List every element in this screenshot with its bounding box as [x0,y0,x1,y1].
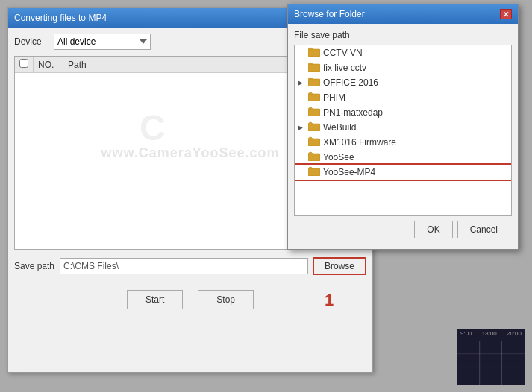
svg-rect-7 [308,139,320,146]
svg-rect-4 [308,94,320,101]
folder-item[interactable]: PHIM [295,90,511,105]
timeline-labels: 9:00 18:00 20:00 [460,330,522,337]
ok-button[interactable]: OK [414,221,452,238]
folder-name: YooSee-MP4 [323,167,375,177]
badge-1: 1 [325,291,334,310]
svg-rect-2 [308,64,320,72]
dialog-close-button[interactable]: ✕ [500,9,512,19]
folder-name: fix live cctv [323,63,366,73]
folder-item[interactable]: ▶ WeBuild [295,120,511,135]
dialog-subtitle: File save path [294,30,512,40]
expand-arrow-icon [298,109,305,116]
expand-arrow-icon [298,64,305,72]
timeline-svg [457,341,525,385]
dialog-content: File save path CCTV VN fix live cctv▶ OF… [288,24,518,244]
folder-item[interactable]: ▶ OFFICE 2016 [295,75,511,90]
folder-icon [308,47,320,59]
cms-logo-watermark: C [140,110,184,148]
folder-icon [308,92,320,104]
timeline-label-3: 20:00 [507,330,522,337]
svg-rect-1 [308,49,320,57]
expand-arrow-icon: ▶ [298,124,305,131]
stop-button[interactable]: Stop [198,290,254,309]
cancel-button[interactable]: Cancel [457,221,510,238]
expand-arrow-icon: ▶ [298,79,305,86]
timeline-label-1: 9:00 [460,330,472,337]
expand-arrow-icon [298,49,305,57]
svg-rect-8 [308,154,320,161]
folder-icon [308,107,320,118]
svg-rect-6 [308,124,320,131]
svg-rect-3 [308,79,320,86]
folder-icon [308,136,320,148]
folder-item[interactable]: fix live cctv [295,60,511,75]
folder-icon [308,62,320,74]
device-select[interactable]: All device [54,34,151,50]
folder-item[interactable]: XM1016 Firmware [295,135,511,150]
folder-icon [308,121,320,133]
folder-item[interactable]: YooSee-MP4 [295,165,511,180]
timeline-label-2: 18:00 [482,330,497,337]
expand-arrow-icon [298,94,305,101]
folder-name: YooSee [323,152,354,162]
col-no: NO. [34,57,63,73]
main-window-title: Converting files to MP4 [14,13,328,23]
folder-name: CCTV VN [323,48,363,58]
bottom-buttons: Start Stop [14,290,366,309]
dialog-titlebar: Browse for Folder ✕ [288,4,518,24]
svg-rect-5 [308,109,320,116]
browse-button[interactable]: Browse [313,257,366,275]
timeline-bar: 9:00 18:00 20:00 [457,329,525,385]
folder-icon [308,166,320,178]
col-checkbox [15,57,34,73]
save-path-row: Save path Browse [14,257,366,275]
expand-arrow-icon [298,139,305,146]
svg-rect-9 [308,168,320,176]
folder-item[interactable]: YooSee [295,150,511,165]
svg-text:C: C [140,110,166,148]
folder-item[interactable]: PN1-matxedap [295,105,511,120]
device-label: Device [14,37,48,47]
expand-arrow-icon [298,168,305,176]
save-path-label: Save path [14,261,55,271]
watermark: www.CameraYooSee.com [101,145,279,160]
select-all-checkbox[interactable] [19,59,28,68]
folder-item[interactable]: CCTV VN [295,45,511,60]
folder-name: PHIM [323,92,345,103]
browse-dialog: Browse for Folder ✕ File save path CCTV … [287,4,519,250]
folder-name: PN1-matxedap [323,107,383,118]
dialog-footer: OK Cancel [294,221,512,238]
save-path-input[interactable] [60,258,308,274]
dialog-title: Browse for Folder [294,9,365,19]
timeline-area [457,341,525,385]
folder-name: XM1016 Firmware [323,137,396,148]
folder-tree[interactable]: CCTV VN fix live cctv▶ OFFICE 2016 PHIM … [294,45,512,216]
expand-arrow-icon [298,154,305,161]
start-button[interactable]: Start [127,290,183,309]
folder-name: OFFICE 2016 [323,78,378,88]
folder-icon [308,77,320,89]
folder-icon [308,151,320,163]
folder-name: WeBuild [323,122,356,133]
